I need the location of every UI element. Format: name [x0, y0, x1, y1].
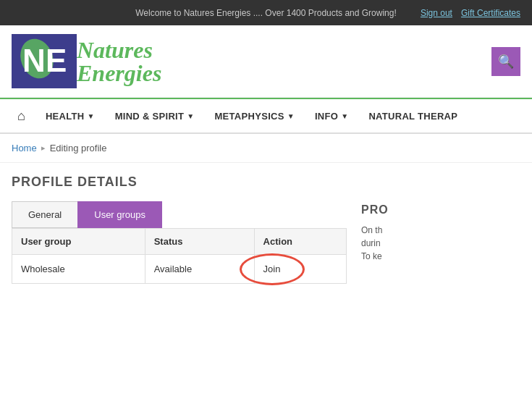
nav-home[interactable]: ⌂ [7, 109, 35, 124]
top-bar-links: Sign out Gift Certificates [421, 8, 520, 18]
logo-natures: Natures [77, 38, 161, 62]
nav-item-natural-therap[interactable]: Natural Therap [358, 99, 468, 132]
svg-text:N: N [22, 43, 46, 78]
table-row: Wholesale Available Join [12, 255, 347, 284]
tab-general[interactable]: General [12, 201, 77, 228]
nav-item-metaphysics[interactable]: Metaphysics ▼ [204, 99, 304, 132]
search-icon: 🔍 [498, 54, 514, 70]
pro-header: PRO [361, 203, 520, 216]
cell-user-group: Wholesale [12, 255, 145, 284]
col-status: Status [145, 229, 254, 255]
join-btn-wrapper: Join [263, 264, 281, 274]
breadcrumb: Home ▸ Editing profile [0, 134, 532, 163]
search-button[interactable]: 🔍 [491, 47, 520, 76]
nav-item-health[interactable]: Health ▼ [35, 99, 105, 132]
nav-item-info[interactable]: Info ▼ [305, 99, 358, 132]
profile-tabs: General User groups [12, 201, 347, 228]
sign-out-link[interactable]: Sign out [421, 8, 452, 18]
logo-icon: N E [12, 34, 77, 88]
breadcrumb-home[interactable]: Home [12, 143, 37, 153]
col-action: Action [254, 229, 346, 255]
content-right: PRO On th durin To ke [361, 174, 520, 284]
main-nav: ⌂ Health ▼ Mind & Spirit ▼ Metaphysics ▼… [0, 98, 532, 134]
nav-item-mind-spirit[interactable]: Mind & Spirit ▼ [105, 99, 205, 132]
content-left: Profile Details General User groups User… [12, 174, 347, 284]
user-groups-table: User group Status Action Wholesale Avail… [12, 228, 347, 284]
cell-status: Available [145, 255, 254, 284]
gift-certificates-link[interactable]: Gift Certificates [461, 8, 520, 18]
profile-section-title: Profile Details [12, 174, 347, 190]
top-bar-message: Welcome to Natures Energies .... Over 14… [135, 8, 397, 18]
logo-energies: Energies [77, 62, 161, 85]
join-button[interactable]: Join [263, 264, 281, 274]
svg-text:E: E [46, 43, 67, 78]
main-content: Profile Details General User groups User… [0, 163, 532, 295]
top-bar: Welcome to Natures Energies .... Over 14… [0, 0, 532, 25]
breadcrumb-current: Editing profile [50, 143, 107, 153]
cell-action: Join [254, 255, 346, 284]
logo: N E Natures Energies [12, 34, 161, 88]
info-arrow-icon: ▼ [341, 112, 348, 120]
breadcrumb-separator: ▸ [41, 143, 46, 153]
mind-arrow-icon: ▼ [187, 112, 194, 120]
pro-text-3: To ke [361, 250, 520, 263]
header: N E Natures Energies 🔍 [0, 25, 532, 98]
metaphysics-arrow-icon: ▼ [287, 112, 295, 120]
table-header-row: User group Status Action [12, 229, 347, 255]
pro-text-2: durin [361, 237, 520, 250]
logo-text: Natures Energies [77, 38, 161, 85]
tab-user-groups[interactable]: User groups [77, 201, 162, 228]
col-user-group: User group [12, 229, 145, 255]
health-arrow-icon: ▼ [87, 112, 94, 120]
pro-text-1: On th [361, 224, 520, 237]
